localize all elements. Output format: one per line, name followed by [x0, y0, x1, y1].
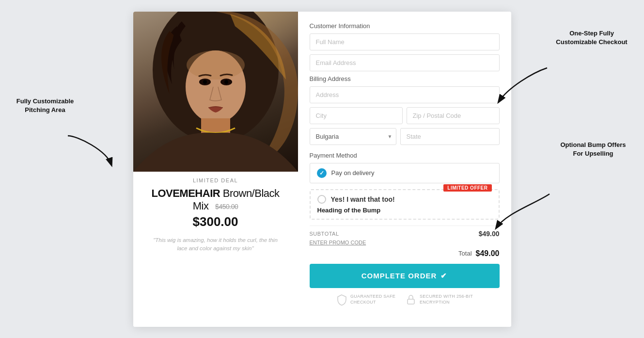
- annotation-right-top: One-Step Fully Customizable Checkout: [553, 29, 630, 47]
- limited-deal-label: LIMITED DEAL: [143, 177, 288, 183]
- promo-link[interactable]: ENTER PROMO CODE: [310, 240, 366, 245]
- payment-option-pod[interactable]: Pay on delivery: [310, 163, 500, 183]
- bump-title: Yes! I want that too!: [331, 195, 395, 203]
- country-select-wrapper: Bulgaria United States United Kingdom Ge…: [310, 128, 396, 145]
- security-row: GUARANTEED SAFE CHECKOUT SECURED WITH 25…: [310, 294, 500, 306]
- svg-point-6: [224, 80, 228, 84]
- subtotal-value: $49.00: [479, 230, 500, 238]
- billing-label: Billing Address: [310, 75, 500, 82]
- city-input[interactable]: [310, 107, 403, 124]
- full-name-group: [310, 33, 500, 50]
- lock-icon: [405, 294, 417, 306]
- security-item-encryption: SECURED WITH 256-BIT ENCRYPTION: [405, 294, 473, 306]
- annotation-left-text: Fully Customizable Pitching Area: [16, 97, 74, 113]
- product-name-bold: LOVEMEHAIR: [151, 187, 220, 199]
- payment-label: Payment Method: [310, 152, 500, 159]
- payment-section: Payment Method Pay on delivery: [310, 152, 500, 183]
- country-select[interactable]: Bulgaria United States United Kingdom Ge…: [310, 128, 396, 145]
- bump-radio-unchecked[interactable]: [317, 195, 326, 204]
- address-group: [310, 86, 500, 103]
- product-panel: LIMITED DEAL LOVEMEHAIR Brown/BlackMix $…: [133, 12, 298, 327]
- total-row: Total $49.00: [310, 249, 500, 258]
- product-details: LIMITED DEAL LOVEMEHAIR Brown/BlackMix $…: [133, 172, 298, 253]
- state-input[interactable]: [400, 128, 500, 145]
- billing-section: Billing Address Bulgaria United States U…: [310, 75, 500, 145]
- complete-order-checkmark: ✔: [440, 272, 447, 280]
- customer-info-label: Customer Information: [310, 22, 500, 30]
- total-value: $49.00: [476, 249, 500, 258]
- form-panel: Customer Information Billing Address: [298, 12, 511, 327]
- address-input[interactable]: [310, 86, 500, 103]
- subtotal-row: SUBTOTAL $49.00: [310, 230, 500, 238]
- complete-order-label: COMPLETE ORDER: [361, 272, 437, 280]
- country-state-row: Bulgaria United States United Kingdom Ge…: [310, 128, 500, 145]
- svg-point-2: [187, 50, 245, 80]
- total-label: Total: [458, 250, 471, 257]
- subtotal-label: SUBTOTAL: [310, 231, 339, 237]
- page-wrapper: Fully Customizable Pitching Area One-Ste…: [0, 0, 644, 338]
- limited-offer-badge: LIMITED OFFER: [443, 184, 491, 192]
- annotation-right-bottom: Optional Bump Offers For Upselling: [552, 141, 634, 158]
- shield-icon: [336, 294, 347, 306]
- full-name-input[interactable]: [310, 33, 500, 50]
- product-image: [133, 12, 298, 172]
- current-price: $300.00: [143, 214, 288, 229]
- city-zip-row: [310, 107, 500, 124]
- bump-header: Yes! I want that too!: [317, 195, 492, 204]
- product-title: LOVEMEHAIR Brown/BlackMix $450.00: [143, 187, 288, 212]
- payment-option-label: Pay on delivery: [331, 169, 375, 177]
- svg-point-5: [203, 80, 207, 84]
- promo-row: ENTER PROMO CODE: [310, 240, 500, 245]
- bump-heading: Heading of the Bump: [317, 207, 492, 214]
- zip-input[interactable]: [407, 107, 500, 124]
- complete-order-button[interactable]: COMPLETE ORDER ✔: [310, 264, 500, 288]
- product-image-container: [133, 12, 298, 172]
- svg-rect-9: [408, 299, 414, 304]
- annotation-left: Fully Customizable Pitching Area: [14, 97, 77, 114]
- email-group: [310, 54, 500, 71]
- bump-offer[interactable]: LIMITED OFFER Yes! I want that too! Head…: [310, 189, 500, 220]
- original-price-inline: $450.00: [215, 203, 238, 210]
- security-encryption-text: SECURED WITH 256-BIT ENCRYPTION: [420, 294, 473, 305]
- security-safe-text: GUARANTEED SAFE CHECKOUT: [350, 294, 395, 305]
- security-item-safe: GUARANTEED SAFE CHECKOUT: [336, 294, 395, 306]
- annotation-right-top-text: One-Step Fully Customizable Checkout: [556, 30, 627, 46]
- radio-checked-icon: [317, 168, 327, 178]
- email-input[interactable]: [310, 54, 500, 71]
- checkout-card: LIMITED DEAL LOVEMEHAIR Brown/BlackMix $…: [133, 12, 511, 327]
- product-portrait-svg: [133, 12, 298, 172]
- left-arrow-svg: [58, 131, 116, 170]
- annotation-right-bottom-text: Optional Bump Offers For Upselling: [560, 141, 626, 157]
- product-testimonial: "This wig is amazing, how it holds the c…: [143, 236, 288, 253]
- order-summary: SUBTOTAL $49.00 ENTER PROMO CODE: [310, 225, 500, 245]
